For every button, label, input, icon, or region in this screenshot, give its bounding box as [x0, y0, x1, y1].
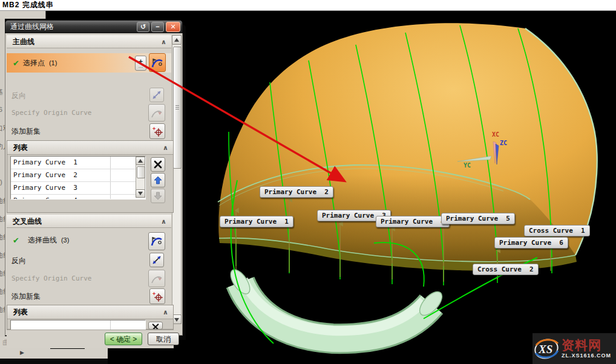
collapse-icon[interactable]: ∧ [161, 35, 166, 48]
close-button[interactable]: ✕ [166, 22, 180, 32]
curve-tag: Primary Curve 5 [441, 213, 515, 224]
select-curve-label: 选择曲线 [28, 235, 57, 245]
cross-curve-list[interactable] [10, 320, 146, 330]
triad-yc-label: YC [464, 162, 471, 169]
primary-list-header[interactable]: 列表 ∧ [7, 141, 173, 155]
remove-item-button[interactable] [148, 322, 163, 330]
dialog-title: 通过曲线网格 [5, 22, 137, 32]
reverse-direction-icon [151, 89, 162, 100]
scroll-up-button[interactable] [172, 35, 182, 45]
curve-tag: Primary Curve 2 [260, 186, 333, 198]
select-curve-row[interactable]: ✔ 选择曲线 (3) [7, 232, 171, 249]
primary-add-set-button[interactable]: + [149, 123, 165, 139]
cross-origin-row: Specify Origin Curve [7, 271, 171, 285]
curve-tag: Primary Curve 6 [494, 237, 568, 249]
move-down-button [151, 189, 165, 203]
arrow-down-icon [154, 192, 162, 200]
primary-add-set-label: 添加新集 [11, 126, 41, 137]
select-point-count: (1) [49, 59, 57, 67]
select-curve-count: (3) [61, 236, 69, 244]
primary-origin-label: Specify Origin Curve [11, 109, 91, 117]
svg-text:+: + [152, 291, 156, 297]
list-scroll-thumb[interactable] [137, 166, 145, 178]
nx-application-window: { "menu": { "title": "MB2 完成线串" }, "dial… [0, 0, 616, 364]
add-new-set-icon: + [151, 125, 163, 137]
triad-zc-label: ZC [500, 140, 507, 146]
primary-curve-list[interactable]: Primary Curve 1Primary Curve 2Primary Cu… [10, 156, 146, 200]
remove-item-button[interactable] [151, 157, 165, 172]
select-curve-icon-button[interactable] [149, 53, 166, 72]
curve-tag: Primary Curve 1 [220, 216, 293, 227]
reverse-direction-icon [151, 255, 162, 265]
curve-tag: Primary Curve 4 [376, 216, 450, 227]
curve-select-icon [151, 56, 164, 70]
primary-origin-button [148, 104, 165, 122]
minimize-button[interactable]: − [151, 22, 164, 32]
curve-tag: Cross Curve 2 [473, 264, 539, 275]
delete-x-icon [151, 322, 160, 330]
curve-select-icon [150, 235, 163, 248]
watermark-site-name: 资料网 [562, 339, 611, 351]
svg-text:+: + [152, 126, 156, 132]
cross-origin-button [148, 270, 165, 287]
list-scroll-down[interactable] [136, 189, 145, 198]
cross-reverse-label: 反向 [11, 256, 26, 266]
prompt-bar: MB2 完成线串 [0, 0, 616, 11]
primary-reverse-button [149, 88, 164, 102]
dialog-titlebar[interactable]: 通过曲线网格 ↺ − ✕ [5, 20, 183, 33]
add-point-button[interactable]: + … [135, 56, 146, 71]
watermark-logo-text: XS [538, 343, 552, 356]
through-curve-mesh-dialog: 通过曲线网格 ↺ − ✕ 主曲线 ∧ ✔ 选择点 (1) + … [5, 20, 183, 336]
cross-reverse-row[interactable]: 反向 [7, 253, 171, 268]
check-icon: ✔ [13, 59, 19, 68]
reset-button[interactable]: ↺ [137, 22, 149, 32]
move-up-button[interactable] [151, 173, 165, 187]
dialog-button-bar: < 确定 > 取消 [7, 330, 174, 348]
primary-reverse-label: 反向 [11, 91, 26, 101]
select-point-row[interactable]: ✔ 选择点 (1) [7, 53, 171, 73]
cross-section-header[interactable]: 交叉曲线 ∧ [7, 215, 171, 228]
watermark-logo-icon: XS [532, 335, 560, 363]
dialog-body: 主曲线 ∧ ✔ 选择点 (1) + … 反向 [5, 33, 183, 336]
origin-curve-icon [150, 107, 163, 119]
delete-x-icon [154, 160, 162, 169]
scrollbar-thumb[interactable] [173, 47, 182, 169]
origin-curve-icon [150, 273, 163, 285]
primary-origin-row: Specify Origin Curve [7, 105, 171, 120]
triad-xc-label: XC [492, 131, 499, 138]
cross-add-set-label: 添加新集 [11, 291, 41, 302]
list-item[interactable]: Primary Curve 2 [11, 169, 145, 182]
cross-reverse-button[interactable] [149, 253, 164, 267]
list-scrollbar[interactable] [136, 157, 145, 198]
primary-section-header[interactable]: 主曲线 ∧ [7, 35, 171, 48]
list-scroll-up[interactable] [136, 157, 145, 165]
primary-reverse-row: 反向 [7, 88, 171, 103]
cross-add-set-button[interactable]: + [149, 288, 165, 304]
cross-select-curve-button[interactable] [148, 232, 165, 250]
watermark-url: ZL.XS1616.COM [562, 353, 611, 359]
ok-button[interactable]: < 确定 > [105, 333, 142, 345]
collapse-icon[interactable]: ∧ [163, 305, 168, 319]
add-new-set-icon: + [151, 290, 163, 302]
list-item[interactable]: Primary Curve 4 [11, 195, 145, 200]
check-icon: ✔ [13, 236, 19, 245]
list-item[interactable]: Primary Curve 1 [11, 157, 145, 169]
prompt-text: MB2 完成线串 [0, 0, 54, 10]
cross-origin-label: Specify Origin Curve [11, 275, 91, 282]
primary-add-set-row[interactable]: 添加新集 [7, 124, 171, 138]
list-item[interactable]: Primary Curve 3 [11, 182, 145, 195]
curve-tag: Cross Curve 1 [524, 225, 590, 236]
select-point-label: 选择点 [23, 58, 45, 68]
cross-list-header[interactable]: 列表 ∧ [7, 305, 173, 319]
cross-add-set-row[interactable]: 添加新集 [7, 289, 171, 304]
arrow-up-icon [154, 176, 162, 184]
collapse-icon[interactable]: ∧ [161, 215, 166, 228]
collapse-icon[interactable]: ∧ [163, 141, 168, 154]
cancel-button[interactable]: 取消 [148, 333, 179, 345]
watermark: XS 资料网 ZL.XS1616.COM [532, 333, 616, 364]
